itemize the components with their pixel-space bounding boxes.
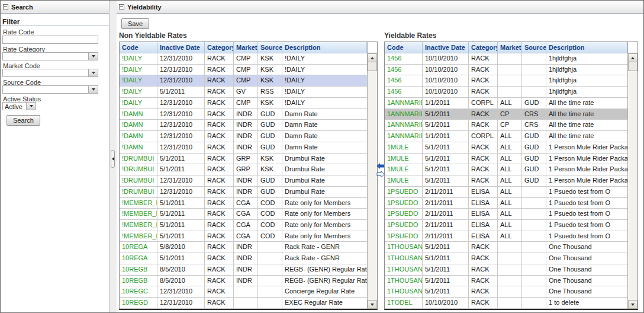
table-row[interactable]: !DRUMBUI5/1/2011RACKGRPKSKDrumbui Rate bbox=[120, 164, 377, 175]
table-row[interactable]: 1MULE5/1/2011RACKALLGUD1 Person Mule Rid… bbox=[385, 175, 637, 187]
table-row[interactable]: 1MULE5/1/2011RACKALLGUD1 Person Mule Rid… bbox=[385, 154, 637, 165]
table-row[interactable]: 1PSUEDO2/11/2011ELISAALL1 Psuedo test fr… bbox=[385, 231, 637, 242]
cell: 1 Person Mule Rider Package bbox=[546, 175, 637, 186]
rate-category-dropdown-button[interactable] bbox=[88, 53, 98, 60]
table-row[interactable]: !DAMN12/31/2010RACKINDRGUDDamn Rate bbox=[120, 109, 377, 120]
table-row[interactable]: !DAMN12/31/2010RACKINDRGUDDamn Rate bbox=[120, 131, 377, 142]
table-row[interactable]: 10REGB8/5/2010RACKINDRREGB- (GENR) Regul… bbox=[120, 276, 377, 287]
table-row[interactable]: 145610/10/2010RACK1hjldfghja bbox=[385, 87, 637, 98]
collapse-yieldability-icon[interactable] bbox=[119, 4, 124, 9]
scrollbar-thumb[interactable] bbox=[628, 62, 637, 71]
table-row[interactable]: !MEMBER_RA...5/1/2011RACKCGACODRate only… bbox=[120, 198, 377, 209]
table-row[interactable]: 1ANNMARIE1/1/2011CORPLALLGUDAll the time… bbox=[385, 98, 637, 109]
column-header[interactable]: Description bbox=[282, 42, 367, 53]
move-left-button[interactable] bbox=[376, 162, 385, 170]
panel-splitter[interactable] bbox=[110, 1, 117, 313]
table-row[interactable]: 10REGD12/31/2010RACKEXEC Regular Rate bbox=[120, 298, 377, 309]
cell: REGB- (GENR) Regular Rate bbox=[282, 276, 377, 286]
table-row[interactable]: 10REGA5/8/2010RACKINDRRack Rate - GENR bbox=[120, 242, 377, 253]
column-header[interactable]: Code bbox=[120, 42, 157, 53]
scroll-down-button[interactable] bbox=[368, 300, 377, 309]
column-header[interactable]: Code bbox=[385, 42, 423, 53]
cell: RACK bbox=[469, 264, 498, 275]
source-code-select[interactable] bbox=[2, 85, 98, 94]
table-row[interactable]: !DAILY12/31/2010RACKCMPKSK!DAILY bbox=[120, 75, 377, 87]
rate-code-input[interactable] bbox=[2, 36, 98, 44]
table-row[interactable]: 1PSUEDO2/11/2011ELISAALL1 Psuedo test fr… bbox=[385, 187, 637, 198]
table-row[interactable]: !MEMBER_RA...5/1/2011RACKCGACODRate only… bbox=[120, 231, 377, 242]
table-row[interactable]: 1PSUEDO2/11/2011ELISAALL1 Psuedo test fr… bbox=[385, 209, 637, 220]
collapse-left-icon bbox=[112, 157, 114, 161]
market-code-select[interactable] bbox=[2, 69, 98, 77]
table-row[interactable]: 10REGA5/1/2011RACKINDRRack Rate - GENR bbox=[120, 253, 377, 264]
market-code-dropdown-button[interactable] bbox=[88, 69, 98, 76]
table-row[interactable]: !DAILY12/31/2010RACKCMPKSK!DAILY bbox=[120, 65, 377, 76]
table-row[interactable]: 145610/10/2010RACK1hjldfghja bbox=[385, 75, 637, 87]
table-row[interactable]: 1ANNMARIE1/1/2011CORPLALLGUDAll the time… bbox=[385, 131, 637, 142]
table-row[interactable]: 1THOUSAND5/1/2011RACKOne Thousand bbox=[385, 264, 637, 276]
table-row[interactable]: 145610/10/2010RACK1hjldfghja bbox=[385, 65, 637, 76]
cell: RACK bbox=[205, 120, 234, 130]
table-row[interactable]: 1ANNMARIE5/1/2011RACKCPCRSAll the time r… bbox=[385, 120, 637, 131]
table-row[interactable]: 1THOUSAND5/1/2011RACKOne Thousand bbox=[385, 242, 637, 253]
cell bbox=[522, 276, 546, 286]
vertical-scrollbar[interactable] bbox=[627, 42, 637, 309]
table-row[interactable]: 1THOUSAND5/1/2011RACKOne Thousand bbox=[385, 286, 637, 298]
cell: 12/31/2010 bbox=[157, 131, 205, 142]
table-row[interactable]: 145610/10/2010RACK1hjldfghja bbox=[385, 53, 637, 65]
table-row[interactable]: 1PSUEDO2/11/2011ELISAALL1 Psuedo test fr… bbox=[385, 198, 637, 209]
scroll-down-button[interactable] bbox=[628, 300, 637, 309]
cell: RACK bbox=[205, 175, 234, 186]
table-row[interactable]: !DAILY5/1/2011RACKGVRSS!DAILY bbox=[120, 87, 377, 98]
table-row[interactable]: 1MULE5/1/2011RACKALLGUD1 Person Mule Rid… bbox=[385, 164, 637, 175]
column-header[interactable]: Source bbox=[522, 42, 546, 53]
column-header[interactable]: Inactive Date bbox=[157, 42, 205, 53]
search-button[interactable]: Search bbox=[7, 115, 40, 126]
column-header[interactable]: Market bbox=[234, 42, 258, 53]
column-header[interactable]: Description bbox=[546, 42, 627, 53]
column-header[interactable]: Source bbox=[258, 42, 282, 53]
table-row[interactable]: 1PSUEDO2/11/2011ELISAALL1 Psuedo test fr… bbox=[385, 220, 637, 231]
table-row[interactable]: 10REGC12/31/2010RACKConcierge Regular Ra… bbox=[120, 286, 377, 298]
cell bbox=[522, 209, 546, 219]
cell bbox=[234, 286, 258, 297]
column-header[interactable]: Market bbox=[498, 42, 522, 53]
scroll-up-button[interactable] bbox=[628, 53, 637, 62]
active-status-select[interactable]: Active bbox=[2, 102, 36, 110]
table-row[interactable]: 1THOUSAND5/1/2011RACKOne Thousand bbox=[385, 276, 637, 287]
table-row[interactable]: 1MULE5/1/2011RACKALLGUD1 Person Mule Rid… bbox=[385, 142, 637, 154]
table-row[interactable]: !MEMBER_RA...5/1/2011RACKCGACODRate only… bbox=[120, 220, 377, 231]
move-right-button[interactable] bbox=[376, 171, 385, 178]
cell: 1TODEL bbox=[385, 298, 423, 308]
cell bbox=[258, 264, 282, 275]
splitter-collapse-button[interactable] bbox=[111, 150, 115, 168]
table-row[interactable]: !DRUMBUI5/1/2011RACKGRPKSKDrumbui Rate bbox=[120, 154, 377, 165]
table-row[interactable]: 1ANNMARIE5/1/2011RACKCPCRSAll the time r… bbox=[385, 109, 637, 120]
table-row[interactable]: !DRUMBUI12/31/2010RACKINDRGUDDrumbui Rat… bbox=[120, 187, 377, 198]
collapse-search-icon[interactable] bbox=[3, 4, 8, 9]
vertical-scrollbar[interactable] bbox=[367, 42, 377, 309]
table-row[interactable]: !DAILY12/31/2010RACKCMPKSK!DAILY bbox=[120, 98, 377, 109]
rate-category-select[interactable] bbox=[2, 52, 98, 60]
table-row[interactable]: !DRUMBUI12/31/2010RACKINDRGUDDrumbui Rat… bbox=[120, 175, 377, 187]
active-status-dropdown-button[interactable] bbox=[26, 103, 36, 110]
column-header[interactable]: Inactive Date bbox=[423, 42, 469, 53]
table-row[interactable]: !DAILY12/31/2010RACKCMPKSK!DAILY bbox=[120, 53, 377, 65]
cell: 10/10/2010 bbox=[423, 298, 469, 308]
table-row[interactable]: !DAMN12/31/2010RACKINDRGUDDamn Rate bbox=[120, 142, 377, 154]
cell: 2/11/2011 bbox=[423, 187, 469, 197]
table-row[interactable]: !DAMN12/31/2010RACKINDRGUDDamn Rate bbox=[120, 120, 377, 131]
table-row[interactable]: 10REGB8/5/2010RACKINDRREGB- (GENR) Regul… bbox=[120, 264, 377, 276]
table-row[interactable]: !MEMBER_RA...5/1/2011RACKCGACODRate only… bbox=[120, 209, 377, 220]
table-row[interactable]: 1THOUSAND5/1/2011RACKOne Thousand bbox=[385, 253, 637, 264]
column-header[interactable]: Category bbox=[469, 42, 498, 53]
cell: 5/1/2011 bbox=[423, 175, 469, 186]
source-code-dropdown-button[interactable] bbox=[88, 86, 98, 93]
scrollbar-thumb[interactable] bbox=[368, 62, 377, 71]
column-header[interactable]: Category bbox=[205, 42, 234, 53]
cell: 12/31/2010 bbox=[157, 286, 205, 297]
save-button[interactable]: Save bbox=[121, 18, 149, 29]
scroll-up-button[interactable] bbox=[368, 53, 377, 62]
table-row[interactable]: 1TODEL10/10/2010RACK1 to delete bbox=[385, 298, 637, 309]
cell: GUD bbox=[522, 154, 546, 164]
